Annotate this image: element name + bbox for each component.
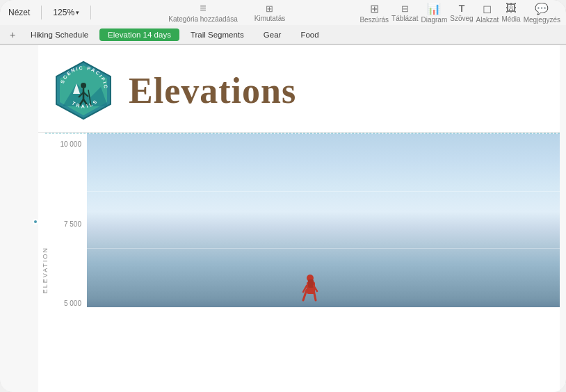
view-label: Nézet — [8, 8, 30, 17]
zoom-chevron-icon: ▾ — [76, 9, 79, 16]
report-tool[interactable]: ⊞ Kimutatás — [254, 3, 285, 22]
tab-food[interactable]: Food — [292, 28, 327, 41]
shape-icon: ◻ — [483, 2, 492, 15]
logo-badge: SCENIC PACIFIC TRAILS — [52, 59, 115, 122]
media-label: Média — [501, 15, 520, 23]
insert-icon: ⊞ — [370, 2, 379, 15]
text-tool[interactable]: T Szöveg — [450, 3, 473, 22]
insert-tool[interactable]: ⊞ Beszúrás — [359, 2, 389, 24]
category-tool[interactable]: ≡ Kategória hozzáadása — [168, 2, 238, 23]
category-icon: ≡ — [200, 2, 206, 15]
comment-tool[interactable]: 💬 Megjegyzés — [524, 2, 560, 24]
report-icon: ⊞ — [266, 3, 273, 14]
toolbar-left-group: Nézet 125% ▾ — [6, 6, 94, 19]
chart-label: Diagram — [421, 16, 447, 24]
text-label: Szöveg — [450, 15, 473, 22]
insert-label: Beszúrás — [359, 16, 389, 24]
shape-label: Alakzat — [476, 16, 499, 24]
tab-trail[interactable]: Trail Segments — [182, 28, 252, 41]
toolbar: Nézet 125% ▾ ≡ Kategória hozzáadása ⊞ Ki… — [0, 0, 566, 45]
divider-1 — [41, 6, 42, 19]
toolbar-top-row: Nézet 125% ▾ ≡ Kategória hozzáadása ⊞ Ki… — [0, 0, 566, 25]
shape-tool[interactable]: ◻ Alakzat — [476, 2, 499, 24]
y-tick-5000: 5 000 — [64, 300, 81, 307]
y-tick-7500: 7 500 — [64, 220, 81, 228]
table-label: Táblázat — [391, 15, 418, 22]
chart-area: ELEVATION 10 000 7 500 5 000 — [38, 133, 560, 328]
grid-line-mid — [87, 191, 560, 192]
selection-handle[interactable] — [33, 219, 38, 224]
category-label: Kategória hozzáadása — [168, 15, 238, 23]
media-tool[interactable]: 🖼 Média — [501, 2, 520, 23]
zoom-control[interactable]: 125% ▾ — [50, 6, 82, 19]
chart-tool[interactable]: 📊 Diagram — [421, 2, 447, 24]
comment-label: Megjegyzés — [524, 16, 560, 24]
table-tool[interactable]: ⊟ Táblázat — [391, 3, 418, 22]
grid-line-top — [87, 133, 560, 134]
zoom-value: 125% — [53, 8, 74, 17]
svg-line-17 — [314, 290, 316, 300]
tab-gear[interactable]: Gear — [255, 28, 290, 41]
toolbar-right-group: ⊞ Beszúrás ⊟ Táblázat 📊 Diagram T Szöveg… — [359, 2, 560, 24]
tab-bar: + Hiking Schedule Elevation 14 days Trai… — [0, 25, 566, 44]
person-silhouette — [300, 272, 321, 307]
document-header: SCENIC PACIFIC TRAILS Elevations — [38, 45, 560, 133]
grid-line-bot — [87, 248, 560, 249]
report-label: Kimutatás — [254, 15, 285, 22]
chart-background — [87, 133, 560, 307]
divider-2 — [90, 6, 91, 19]
tablet-frame: Nézet 125% ▾ ≡ Kategória hozzáadása ⊞ Ki… — [0, 0, 566, 392]
tab-elevation[interactable]: Elevation 14 days — [99, 28, 179, 41]
chart-icon: 📊 — [427, 2, 441, 15]
toolbar-center-group: ≡ Kategória hozzáadása ⊞ Kimutatás — [99, 2, 354, 23]
document-area: SCENIC PACIFIC TRAILS Elevations — [38, 45, 560, 392]
y-axis-label: ELEVATION — [42, 247, 49, 293]
chart-plot — [87, 133, 560, 328]
svg-point-4 — [81, 83, 86, 88]
tab-hiking[interactable]: Hiking Schedule — [22, 28, 97, 41]
document-title: Elevations — [129, 70, 296, 111]
media-icon: 🖼 — [506, 2, 517, 15]
svg-rect-15 — [308, 279, 314, 288]
main-content: SCENIC PACIFIC TRAILS Elevations — [0, 45, 566, 392]
comment-icon: 💬 — [535, 2, 549, 15]
text-icon: T — [459, 3, 465, 14]
add-tab-button[interactable]: + — [6, 28, 19, 42]
y-axis: ELEVATION 10 000 7 500 5 000 — [38, 133, 87, 328]
chart-container: ELEVATION 10 000 7 500 5 000 — [38, 133, 560, 328]
table-icon: ⊟ — [401, 3, 409, 14]
y-tick-10000: 10 000 — [60, 140, 81, 148]
view-button[interactable]: Nézet — [6, 6, 33, 19]
